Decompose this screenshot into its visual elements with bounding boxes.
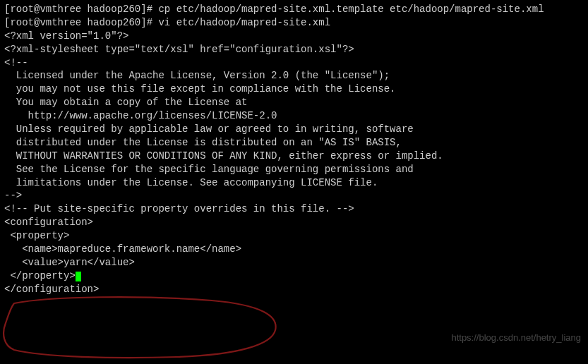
file-line: You may obtain a copy of the License at — [4, 96, 584, 109]
shell-prompt: [root@vmthree hadoop260]# — [4, 4, 158, 15]
file-line: WITHOUT WARRANTIES OR CONDITIONS OF ANY … — [4, 150, 584, 163]
file-line: </configuration> — [4, 283, 584, 296]
watermark-text: https://blog.csdn.net/hetry_liang — [451, 332, 581, 344]
file-line: http://www.apache.org/licenses/LICENSE-2… — [4, 109, 584, 123]
file-line: <?xml version="1.0"?> — [4, 30, 584, 43]
file-line: See the License for the specific languag… — [4, 163, 584, 176]
file-line: <name>mapreduce.framework.name</name> — [4, 243, 584, 256]
file-line-cursor: </property> — [4, 269, 584, 283]
file-line: <!-- — [4, 56, 584, 70]
text-cursor — [76, 272, 81, 281]
file-line: <configuration> — [4, 216, 584, 229]
command-text: cp etc/hadoop/mapred-site.xml.template e… — [158, 4, 544, 15]
file-line: </property> — [4, 270, 76, 281]
file-line: distributed under the License is distrib… — [4, 136, 584, 150]
hand-drawn-circle-annotation — [0, 295, 282, 360]
command-text: vi etc/hadoop/mapred-site.xml — [158, 17, 330, 28]
terminal-line-cmd2: [root@vmthree hadoop260]# vi etc/hadoop/… — [4, 16, 584, 30]
file-line: you may not use this file except in comp… — [4, 83, 584, 96]
file-line: limitations under the License. See accom… — [4, 176, 584, 190]
file-line: <value>yarn</value> — [4, 256, 584, 269]
file-line: <?xml-stylesheet type="text/xsl" href="c… — [4, 43, 584, 56]
shell-prompt: [root@vmthree hadoop260]# — [4, 17, 158, 28]
file-line: Unless required by applicable law or agr… — [4, 123, 584, 136]
file-line: --> — [4, 189, 584, 202]
file-line: <property> — [4, 229, 584, 243]
file-line: Licensed under the Apache License, Versi… — [4, 69, 584, 83]
terminal-line-cmd1: [root@vmthree hadoop260]# cp etc/hadoop/… — [4, 3, 584, 16]
file-line: <!-- Put site-specific property override… — [4, 202, 584, 216]
